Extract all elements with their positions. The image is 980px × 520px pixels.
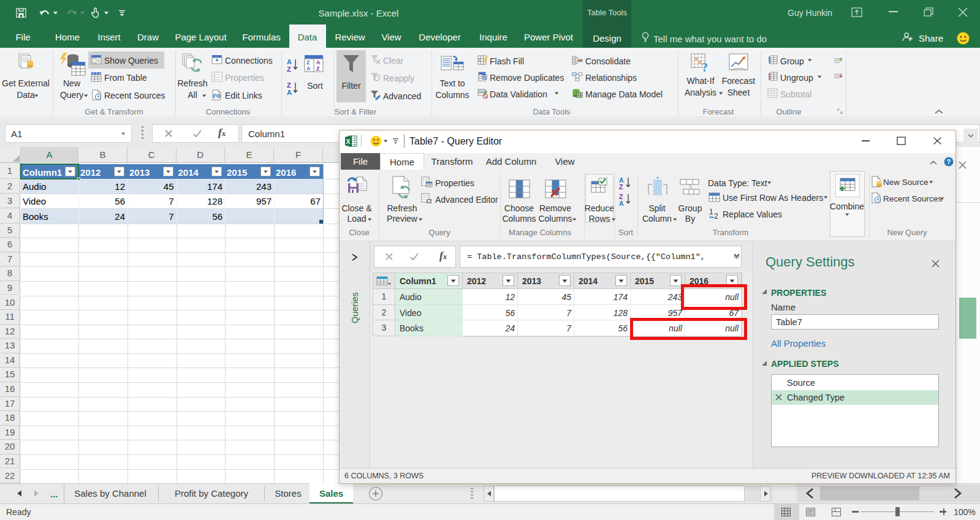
svg-text:?: ? [947,158,951,165]
svg-text:1: 1 [709,208,713,216]
svg-text:A: A [306,66,311,72]
svg-text:Z: Z [316,66,320,72]
svg-text:Z: Z [619,183,623,190]
svg-text:A: A [287,58,292,66]
svg-text:Z: Z [287,66,291,72]
svg-text:?: ? [702,61,708,73]
svg-text:2: 2 [714,212,718,220]
svg-text:X: X [346,138,351,145]
svg-text:Z: Z [306,59,310,66]
svg-text:A: A [316,59,321,66]
